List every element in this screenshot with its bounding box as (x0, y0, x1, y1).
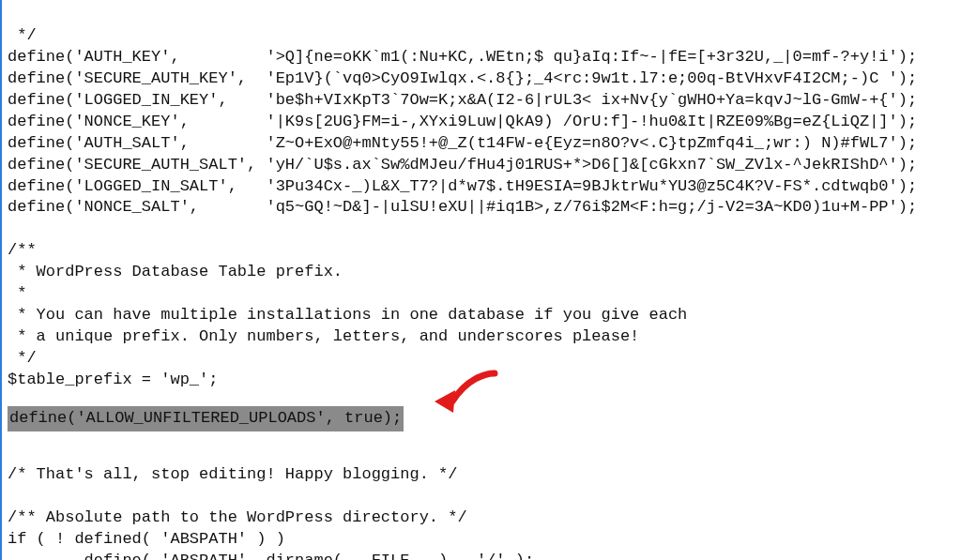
blank (8, 487, 17, 505)
prefix-comment-line: * You can have multiple installations in… (8, 306, 687, 324)
highlighted-define: define('ALLOW_UNFILTERED_UPLOADS', true)… (8, 406, 404, 431)
define-logged-in-salt: define('LOGGED_IN_SALT', '3Pu34Cx-_)L&X_… (8, 177, 917, 195)
prefix-comment-line: * WordPress Database Table prefix. (8, 263, 343, 280)
define-logged-in-key: define('LOGGED_IN_KEY', 'be$h+VIxKpT3`7O… (8, 91, 917, 109)
define-nonce-salt: define('NONCE_SALT', 'q5~GQ!~D&]-|ulSU!e… (8, 198, 917, 216)
define-nonce-key: define('NONCE_KEY', '|K9s[2UG}FM=i-,XYxi… (8, 113, 917, 130)
code-snippet: */ define('AUTH_KEY', '>Q]{ne=oKK`m1(:Nu… (0, 0, 961, 560)
define-auth-key: define('AUTH_KEY', '>Q]{ne=oKK`m1(:Nu+KC… (8, 48, 917, 66)
abspath-comment: /** Absolute path to the WordPress direc… (8, 508, 467, 526)
blank (8, 219, 17, 237)
comment-close: */ (8, 26, 37, 44)
define-secure-auth-key: define('SECURE_AUTH_KEY', 'Ep1V}(`vq0>Cy… (8, 69, 917, 87)
define-secure-auth-salt: define('SECURE_AUTH_SALT', 'yH/`U$s.ax`S… (8, 156, 917, 174)
abspath-if: if ( ! defined( 'ABSPATH' ) ) (8, 530, 285, 548)
define-auth-salt: define('AUTH_SALT', 'Z~O+ExO@+mNty55!+@_… (8, 134, 917, 152)
table-prefix: $table_prefix = 'wp_'; (8, 371, 218, 388)
prefix-comment-line: /** (8, 241, 37, 259)
prefix-comment-line: * a unique prefix. Only numbers, letters… (8, 327, 639, 345)
prefix-comment-line: * (8, 284, 26, 302)
stop-editing-comment: /* That's all, stop editing! Happy blogg… (8, 465, 457, 483)
abspath-define: define( 'ABSPATH', dirname( __FILE__ ) .… (8, 552, 534, 561)
prefix-comment-line: */ (8, 349, 37, 367)
